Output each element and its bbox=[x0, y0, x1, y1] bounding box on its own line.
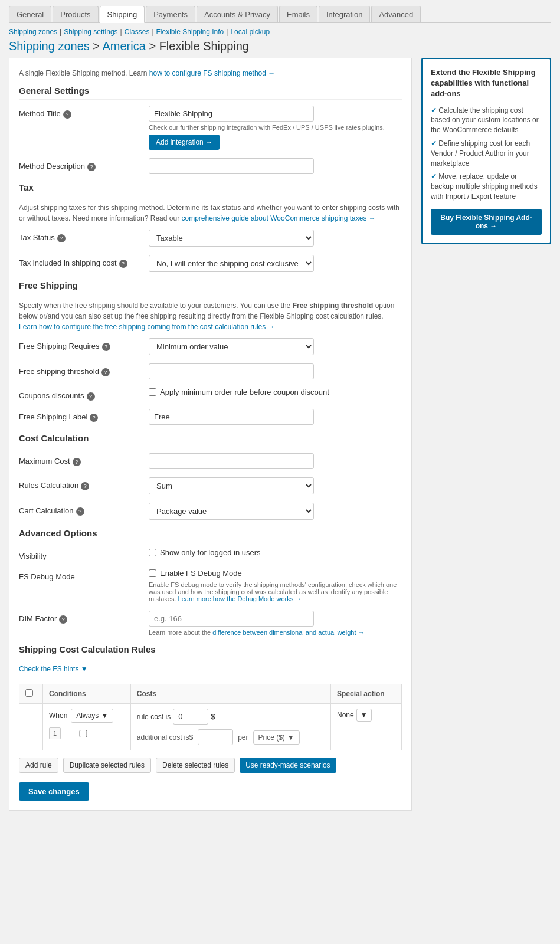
coupons-checkbox-text: Apply minimum order rule before coupon d… bbox=[160, 388, 329, 396]
method-description-row: Method Description ? bbox=[19, 158, 402, 174]
breadcrumb-shipping-zones[interactable]: Shipping zones bbox=[9, 28, 57, 36]
breadcrumb-classes[interactable]: Classes bbox=[125, 28, 150, 36]
col-checkbox bbox=[19, 684, 43, 704]
free-shipping-threshold-help[interactable]: ? bbox=[101, 368, 110, 376]
tab-accounts-privacy[interactable]: Accounts & Privacy bbox=[197, 6, 278, 22]
free-shipping-requires-select[interactable]: Minimum order value A valid coupon A min… bbox=[149, 338, 314, 355]
rules-calculation-field: Sum Minimum Maximum bbox=[149, 477, 402, 494]
arrow2: > bbox=[149, 40, 159, 53]
breadcrumb-america[interactable]: America bbox=[102, 40, 145, 53]
free-shipping-desc: Specify when the free shipping should be… bbox=[19, 300, 402, 332]
visibility-checkbox-label[interactable]: Show only for logged in users bbox=[149, 548, 402, 557]
method-title-help-icon[interactable]: ? bbox=[63, 110, 71, 119]
save-changes-button[interactable]: Save changes bbox=[19, 782, 89, 801]
select-all-checkbox[interactable] bbox=[25, 689, 33, 697]
fs-debug-checkbox-text: Enable FS Debug Mode bbox=[160, 569, 242, 578]
free-shipping-requires-label: Free Shipping Requires ? bbox=[19, 338, 149, 351]
intro-link[interactable]: how to configure FS shipping method → bbox=[149, 69, 275, 77]
rules-calculation-select[interactable]: Sum Minimum Maximum bbox=[149, 477, 314, 494]
rules-table: Conditions Costs Special action When Alw… bbox=[19, 684, 402, 750]
dim-factor-link[interactable]: difference between dimensional and actua… bbox=[212, 629, 364, 636]
tax-status-help-icon[interactable]: ? bbox=[57, 234, 66, 242]
visibility-row: Visibility Show only for logged in users bbox=[19, 548, 402, 560]
fs-debug-row: FS Debug Mode Enable FS Debug Mode Enabl… bbox=[19, 569, 402, 602]
coupons-field: Apply minimum order rule before coupon d… bbox=[149, 388, 402, 396]
visibility-checkbox-text: Show only for logged in users bbox=[160, 548, 261, 557]
duplicate-rules-button[interactable]: Duplicate selected rules bbox=[63, 758, 151, 773]
save-bar: Save changes bbox=[19, 782, 402, 801]
dim-factor-help-icon[interactable]: ? bbox=[59, 615, 67, 624]
rule-row: When Always ▼ 1 bbox=[19, 704, 402, 750]
sep1: | bbox=[60, 28, 61, 36]
method-description-input[interactable] bbox=[149, 158, 314, 174]
additional-cost-input[interactable] bbox=[198, 729, 233, 745]
section-shipping-rules: Shipping Cost Calculation Rules bbox=[19, 644, 402, 658]
add-rule-button[interactable]: Add rule bbox=[19, 758, 58, 773]
delete-rules-button[interactable]: Delete selected rules bbox=[156, 758, 235, 773]
coupons-label: Coupons discounts ? bbox=[19, 388, 149, 401]
use-scenarios-button[interactable]: Use ready-made scenarios bbox=[240, 758, 336, 773]
coupons-checkbox[interactable] bbox=[149, 388, 156, 396]
breadcrumb-shipping-zones-title[interactable]: Shipping zones bbox=[9, 40, 90, 53]
method-description-help-icon[interactable]: ? bbox=[87, 163, 96, 171]
fs-debug-help-desc: Enable FS debug mode to verify the shipp… bbox=[149, 581, 402, 602]
method-title-input[interactable] bbox=[149, 106, 314, 122]
tax-included-help-icon[interactable]: ? bbox=[119, 260, 127, 268]
price-dropdown[interactable]: Price ($) ▼ bbox=[253, 730, 300, 745]
tax-included-select[interactable]: No, I will enter the shipping cost exclu… bbox=[149, 255, 314, 272]
additional-cost-inner: additional cost is$ per Price ($) ▼ bbox=[137, 729, 325, 745]
fs-debug-checkbox[interactable] bbox=[149, 569, 156, 577]
sidebar-title: Extend the Flexible Shipping capabilitie… bbox=[431, 67, 542, 100]
free-shipping-label-help[interactable]: ? bbox=[90, 414, 98, 422]
main-content: A single Flexible Shipping method. Learn… bbox=[9, 58, 412, 811]
visibility-checkbox[interactable] bbox=[149, 549, 156, 556]
tab-integration[interactable]: Integration bbox=[319, 6, 370, 22]
dim-factor-input[interactable] bbox=[149, 611, 314, 627]
when-dropdown[interactable]: Always ▼ bbox=[71, 709, 113, 723]
rules-calculation-help[interactable]: ? bbox=[81, 482, 89, 490]
tab-shipping[interactable]: Shipping bbox=[100, 6, 145, 23]
tab-general[interactable]: General bbox=[9, 6, 51, 22]
free-shipping-requires-help[interactable]: ? bbox=[102, 343, 110, 351]
free-shipping-label-input[interactable] bbox=[149, 409, 314, 425]
maximum-cost-help[interactable]: ? bbox=[73, 458, 81, 466]
page-breadcrumb: Shipping zones > America > Flexible Ship… bbox=[9, 40, 551, 53]
breadcrumb-flexible-shipping: Flexible Shipping bbox=[159, 40, 249, 53]
free-shipping-threshold-row: Free shipping threshold ? bbox=[19, 363, 402, 379]
col-special-action: Special action bbox=[331, 684, 402, 704]
fs-debug-link[interactable]: Learn more how the Debug Mode works → bbox=[178, 595, 302, 602]
rule-cost-input[interactable] bbox=[173, 709, 208, 725]
special-action-dropdown[interactable]: ▼ bbox=[356, 709, 372, 722]
buy-addons-button[interactable]: Buy Flexible Shipping Add-ons → bbox=[431, 209, 542, 235]
add-integration-button[interactable]: Add integration → bbox=[149, 135, 220, 150]
section-advanced-options: Advanced Options bbox=[19, 528, 402, 542]
fs-debug-checkbox-label[interactable]: Enable FS Debug Mode bbox=[149, 569, 402, 578]
tax-status-select[interactable]: Taxable None bbox=[149, 230, 314, 247]
hints-link[interactable]: Check the FS hints ▼ bbox=[19, 665, 88, 673]
dim-factor-label: DIM Factor ? bbox=[19, 611, 149, 624]
maximum-cost-label: Maximum Cost ? bbox=[19, 453, 149, 466]
tab-emails[interactable]: Emails bbox=[279, 6, 317, 22]
visibility-label: Visibility bbox=[19, 548, 149, 560]
tab-advanced[interactable]: Advanced bbox=[371, 6, 421, 22]
rule-conditions-inner: When Always ▼ bbox=[49, 709, 125, 723]
free-shipping-threshold-input[interactable] bbox=[149, 363, 314, 379]
rule-row-checkbox[interactable] bbox=[66, 730, 101, 738]
cart-calculation-help[interactable]: ? bbox=[76, 507, 84, 516]
fs-debug-label: FS Debug Mode bbox=[19, 569, 149, 581]
free-shipping-link[interactable]: Learn how to configure the free shipping… bbox=[19, 323, 275, 331]
tax-desc-link[interactable]: comprehensive guide about WooCommerce sh… bbox=[181, 214, 375, 222]
breadcrumb-local-pickup[interactable]: Local pickup bbox=[230, 28, 270, 36]
additional-cost-label: additional cost is$ bbox=[137, 733, 193, 742]
coupons-checkbox-label[interactable]: Apply minimum order rule before coupon d… bbox=[149, 388, 402, 396]
cart-calculation-select[interactable]: Package value Cart value Both bbox=[149, 503, 314, 520]
when-label: When bbox=[49, 712, 67, 720]
breadcrumb-fs-info[interactable]: Flexible Shipping Info bbox=[156, 28, 224, 36]
tab-products[interactable]: Products bbox=[53, 6, 98, 22]
price-dropdown-arrow: ▼ bbox=[287, 733, 294, 742]
maximum-cost-input[interactable] bbox=[149, 453, 314, 469]
coupons-help-icon[interactable]: ? bbox=[87, 392, 95, 401]
breadcrumb-shipping-settings[interactable]: Shipping settings bbox=[64, 28, 117, 36]
sidebar-box: Extend the Flexible Shipping capabilitie… bbox=[421, 58, 551, 244]
tab-payments[interactable]: Payments bbox=[146, 6, 195, 22]
